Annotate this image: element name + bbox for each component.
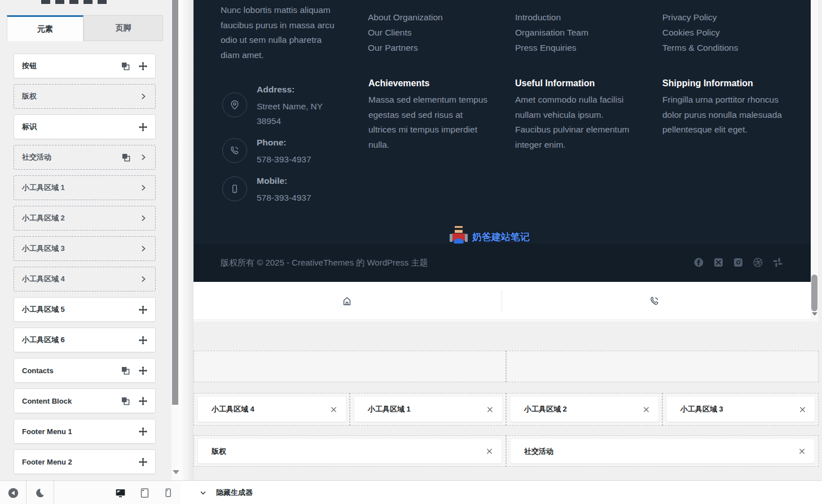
move-icon[interactable] [139,123,147,131]
sidebar-item-widget-area-1[interactable]: 小工具区域 1 [14,175,156,200]
sidebar-item-label: 小工具区域 4 [22,274,139,284]
sidebar-item-copyright[interactable]: 版权 [14,84,156,109]
footer-menu-company: Introduction Organisation Team Press Enq… [515,10,588,55]
sidebar-item-widget-area-5[interactable]: 小工具区域 5 [14,297,156,322]
footer-link[interactable]: Privacy Policy [662,10,738,25]
duplicate-icon[interactable] [121,397,130,405]
tab-elements[interactable]: 元素 [7,15,83,41]
sidebar-item-logo[interactable]: 标识 [14,114,156,139]
watermark-avatar [449,224,469,246]
phone-icon [229,145,240,156]
contact-icon-circle [222,92,247,117]
dribbble-icon[interactable] [753,257,763,268]
chevron-right-icon[interactable] [139,153,147,161]
sidebar-item-widget-area-6[interactable]: 小工具区域 6 [14,328,156,352]
footer-section-heading: Shipping Information [662,78,753,89]
contact-label: Phone: [257,138,287,148]
builder-row3-cell-2[interactable]: 社交活动 [506,435,819,467]
sidebar-item-label: 小工具区域 2 [22,213,139,223]
sidebar-item-button[interactable]: 按钮 [14,54,156,78]
tablet-icon [139,488,150,498]
chevron-right-icon[interactable] [139,214,147,222]
move-icon[interactable] [139,458,147,466]
mobile-device-icon [163,488,173,498]
sidebar-item-label: 小工具区域 1 [22,183,139,193]
sidebar-item-label: 标识 [22,122,139,132]
move-icon[interactable] [139,397,147,405]
builder-row2-cell-1[interactable]: 小工具区域 4 [194,393,350,426]
facebook-icon[interactable] [693,257,704,268]
dark-mode-toggle[interactable] [33,487,46,499]
builder-widget-chip[interactable]: 小工具区域 1 [354,397,502,422]
builder-row2-cell-3[interactable]: 小工具区域 2 [506,393,662,426]
sidebar-item-widget-area-4[interactable]: 小工具区域 4 [14,267,156,291]
footer-link[interactable]: Organisation Team [515,25,588,40]
builder-row1-cell-1[interactable] [194,351,506,382]
move-icon[interactable] [139,336,147,344]
scrollbar-down-arrow-icon[interactable] [812,312,817,316]
back-button[interactable] [7,487,19,499]
sidebar-item-widget-area-2[interactable]: 小工具区域 2 [14,206,156,231]
move-icon[interactable] [139,366,147,375]
builder-widget-chip[interactable]: 社交活动 [511,439,814,463]
preview-scrollbar-thumb[interactable] [811,275,817,311]
preview-scrollbar[interactable] [811,0,818,321]
x-icon[interactable] [713,257,724,268]
close-icon[interactable] [643,406,649,413]
move-icon[interactable] [139,427,147,436]
device-desktop-button[interactable] [114,487,126,499]
close-icon[interactable] [486,448,493,454]
close-icon[interactable] [331,406,337,413]
close-icon[interactable] [487,406,493,413]
footer-link[interactable]: Terms & Conditions [662,40,738,55]
device-tablet-button[interactable] [138,487,151,499]
builder-widget-chip[interactable]: 小工具区域 3 [667,397,815,422]
builder-row2-cell-4[interactable]: 小工具区域 3 [662,393,819,426]
footer-link[interactable]: About Organization [368,10,443,25]
device-mobile-button[interactable] [162,487,174,499]
instagram-icon[interactable] [733,257,744,268]
sidebar-item-widget-area-3[interactable]: 小工具区域 3 [14,236,156,261]
phone-icon[interactable] [649,295,660,307]
builder-row1-cell-2[interactable] [506,351,819,382]
home-icon[interactable] [341,295,353,307]
footer-link[interactable]: Our Partners [368,40,443,55]
chevron-right-icon[interactable] [139,275,147,283]
move-icon[interactable] [139,306,147,314]
close-icon[interactable] [799,448,805,454]
chevron-right-icon[interactable] [139,184,147,192]
move-icon[interactable] [139,62,147,70]
chevron-right-icon[interactable] [139,92,147,100]
sidebar-scrollbar-thumb[interactable] [172,0,178,405]
footer-link[interactable]: Cookies Policy [662,25,738,40]
sidebar-item-label: 小工具区域 6 [22,335,139,345]
chevron-right-icon[interactable] [139,245,147,253]
builder-row2-cell-2[interactable]: 小工具区域 1 [350,393,506,426]
slack-icon[interactable] [772,257,783,268]
chip-label: 小工具区域 1 [368,404,487,414]
builder-widget-chip[interactable]: 小工具区域 2 [511,397,658,422]
sidebar-item-label: 按钮 [22,61,121,71]
bar-divider [54,481,54,504]
builder-widget-chip[interactable]: 小工具区域 4 [198,397,346,422]
hide-builder-button[interactable]: 隐藏生成器 [181,480,822,504]
footer-link[interactable]: Our Clients [368,25,443,40]
sidebar-item-socials[interactable]: 社交活动 [14,145,156,170]
tab-footer[interactable]: 页脚 [83,15,163,41]
footer-link[interactable]: Press Enquiries [515,40,588,55]
close-icon[interactable] [799,406,806,413]
builder-widget-chip[interactable]: 版权 [198,439,502,463]
sidebar: 元素 页脚 按钮 版权 标识 社交活动 小工具区域 1 小工具区域 2 [0,0,181,480]
sidebar-item-footer-menu-2[interactable]: Footer Menu 2 [14,449,156,474]
duplicate-icon[interactable] [121,62,130,70]
sidebar-item-content-block[interactable]: Content Block [14,388,156,413]
builder-row3-cell-1[interactable]: 版权 [194,435,506,467]
footer-link[interactable]: Introduction [515,10,588,25]
customizer-screen: 元素 页脚 按钮 版权 标识 社交活动 小工具区域 1 小工具区域 2 [0,0,822,504]
duplicate-icon[interactable] [121,366,130,375]
sidebar-item-contacts[interactable]: Contacts [14,358,156,383]
duplicate-icon[interactable] [122,153,130,162]
sidebar-item-footer-menu-1[interactable]: Footer Menu 1 [14,419,156,444]
chip-label: 小工具区域 3 [680,404,799,414]
bar-divider [26,481,27,504]
